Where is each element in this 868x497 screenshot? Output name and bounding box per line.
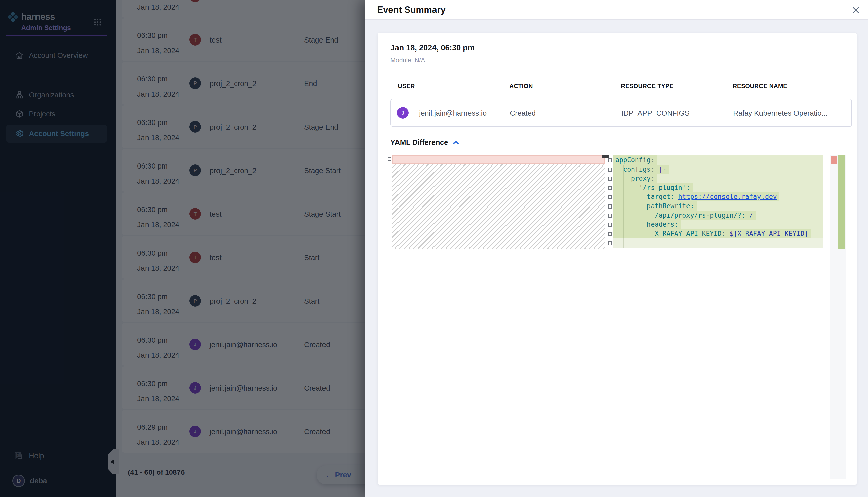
diff-marker-box[interactable]: [608, 158, 612, 162]
column-header-resource-type: RESOURCE TYPE: [621, 83, 673, 89]
cell-resource-name: Rafay Kubernetes Operatio...: [733, 109, 828, 117]
diff-marker-box[interactable]: [608, 232, 612, 236]
column-header-action: ACTION: [509, 83, 533, 89]
cell-resource-type: IDP_APP_CONFIGS: [621, 109, 690, 117]
diff-added-tail: [614, 238, 823, 248]
ruler-added-marker: [838, 155, 845, 248]
event-module: Module: N/A: [390, 57, 425, 64]
ruler-removed-marker: [831, 156, 837, 165]
avatar: J: [397, 107, 409, 119]
diff-marker-box[interactable]: [608, 195, 612, 199]
event-summary-drawer: Event Summary Jan 18, 2024, 06:30 pm Mod…: [364, 0, 868, 497]
column-header-user: USER: [398, 83, 415, 89]
editor-right-border: [823, 155, 823, 479]
diff-marker-box[interactable]: [608, 241, 612, 245]
code-line: pathRewrite:: [614, 201, 823, 211]
code-line: '/rs-plugin':: [614, 183, 823, 193]
diff-marker-box[interactable]: [608, 168, 612, 172]
code-line: headers:: [614, 220, 823, 229]
code-line: configs: |-: [614, 165, 823, 174]
code-link[interactable]: https://console.rafay.dev: [678, 193, 776, 200]
cell-user: jenil.jain@harness.io: [419, 109, 487, 117]
event-datetime: Jan 18, 2024, 06:30 pm: [390, 43, 474, 52]
app-screen: harness Admin Settings Account Overview …: [0, 0, 868, 497]
diff-split-handle[interactable]: [602, 155, 609, 158]
drawer-title: Event Summary: [377, 4, 445, 15]
drawer-header: Event Summary: [364, 0, 868, 19]
code-line: X-RAFAY-API-KEYID: ${X-RAFAY-API-KEYID}: [614, 229, 823, 239]
code-line: proxy:: [614, 174, 823, 183]
column-header-resource-name: RESOURCE NAME: [733, 83, 787, 89]
yaml-diff-editor[interactable]: appConfig: configs: |- proxy: '/rs-plugi…: [387, 155, 846, 479]
diff-overview-ruler[interactable]: [830, 155, 846, 479]
code-line: /api/proxy/rs-plugin/?: /: [614, 211, 823, 220]
diff-marker-box[interactable]: [608, 176, 612, 181]
code-line: appConfig:: [614, 155, 823, 165]
code-line: target: https://console.rafay.dev: [614, 192, 823, 201]
yaml-difference-label: YAML Difference: [390, 138, 448, 147]
table-row: J jenil.jain@harness.io Created IDP_APP_…: [390, 99, 852, 127]
diff-marker-box[interactable]: [608, 214, 612, 218]
close-icon: [852, 6, 860, 14]
diff-marker-box[interactable]: [388, 157, 391, 161]
yaml-difference-toggle[interactable]: YAML Difference: [390, 138, 460, 147]
diff-empty-region: [392, 164, 605, 249]
diff-marker-box[interactable]: [608, 204, 612, 209]
cell-action: Created: [510, 109, 536, 117]
diff-removed-line: [392, 155, 605, 164]
diff-marker-box[interactable]: [608, 223, 612, 227]
diff-marker-box[interactable]: [608, 186, 612, 190]
diff-pane-divider: [605, 155, 605, 479]
chevron-up-icon: [452, 140, 460, 146]
yaml-added-code: appConfig: configs: |- proxy: '/rs-plugi…: [614, 155, 823, 248]
close-button[interactable]: [850, 4, 862, 16]
event-summary-card: Jan 18, 2024, 06:30 pm Module: N/A USER …: [377, 33, 857, 485]
